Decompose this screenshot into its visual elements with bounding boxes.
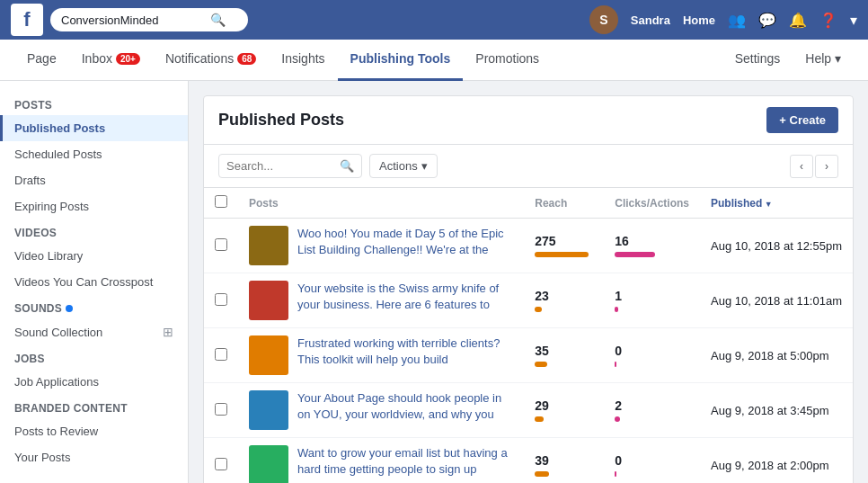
- avatar: S: [589, 5, 618, 34]
- sidebar-section-jobs: Jobs: [0, 345, 188, 369]
- post-cell: Frustrated working with terrible clients…: [249, 335, 513, 375]
- row-reach-cell: 23: [524, 273, 604, 328]
- nav-settings[interactable]: Settings: [722, 40, 793, 81]
- col-posts: Posts: [238, 188, 524, 219]
- sidebar-item-posts-to-review[interactable]: Posts to Review: [0, 418, 188, 444]
- col-checkbox: [204, 188, 238, 219]
- post-cell: Your website is the Swiss army knife of …: [249, 281, 513, 320]
- sidebar-item-expiring-posts[interactable]: Expiring Posts: [0, 193, 188, 219]
- nav-inbox[interactable]: Inbox 20+: [69, 40, 153, 81]
- sidebar-item-sound-collection[interactable]: Sound Collection ⊞: [0, 318, 188, 345]
- post-thumbnail: [249, 390, 288, 430]
- row-clicks-cell: 0: [604, 328, 700, 383]
- nav-help[interactable]: Help ▾: [793, 40, 854, 81]
- row-reach-cell: 275: [524, 219, 604, 273]
- sidebar-item-scheduled-posts[interactable]: Scheduled Posts: [0, 141, 188, 167]
- main-layout: Posts Published Posts Scheduled Posts Dr…: [0, 81, 868, 483]
- sidebar-section-sounds: Sounds: [0, 295, 188, 318]
- post-thumbnail: [249, 335, 288, 375]
- top-search-input[interactable]: [61, 13, 205, 27]
- top-search-bar[interactable]: 🔍: [50, 8, 248, 31]
- reach-value: 23: [535, 289, 593, 303]
- clicks-bar: [615, 252, 689, 257]
- people-icon[interactable]: 👥: [728, 12, 746, 29]
- help-icon[interactable]: ❓: [819, 12, 837, 29]
- row-date-cell: Aug 10, 2018 at 12:55pm: [700, 219, 853, 273]
- sidebar-item-videos-crosspost[interactable]: Videos You Can Crosspost: [0, 269, 188, 295]
- row-post-cell: Frustrated working with terrible clients…: [238, 328, 524, 383]
- row-post-cell: Your website is the Swiss army knife of …: [238, 273, 524, 328]
- post-text[interactable]: Want to grow your email list but having …: [297, 445, 513, 478]
- sidebar-item-drafts[interactable]: Drafts: [0, 167, 188, 193]
- post-text[interactable]: Your website is the Swiss army knife of …: [297, 281, 513, 313]
- actions-chevron-icon: ▾: [421, 159, 428, 173]
- add-icon[interactable]: ⊞: [163, 325, 173, 339]
- col-published[interactable]: Published: [700, 188, 853, 219]
- nav-promotions[interactable]: Promotions: [463, 40, 552, 81]
- sidebar-section-branded-content: Branded Content: [0, 395, 188, 418]
- post-thumbnail: [249, 445, 288, 483]
- messenger-icon[interactable]: 💬: [758, 12, 776, 29]
- clicks-bar-fill: [615, 416, 620, 422]
- chevron-down-icon[interactable]: ▾: [850, 12, 857, 29]
- row-checkbox-cell: [204, 273, 238, 328]
- clicks-value: 0: [615, 453, 689, 468]
- row-checkbox[interactable]: [215, 348, 227, 361]
- nav-page[interactable]: Page: [14, 40, 69, 81]
- sidebar-item-video-library[interactable]: Video Library: [0, 243, 188, 269]
- post-text[interactable]: Woo hoo! You made it Day 5 of the Epic L…: [297, 226, 513, 258]
- sidebar-item-your-posts[interactable]: Your Posts: [0, 444, 188, 470]
- row-checkbox[interactable]: [215, 293, 227, 306]
- reach-bar: [535, 471, 593, 477]
- prev-page-button[interactable]: ‹: [790, 155, 813, 178]
- clicks-bar: [615, 307, 689, 312]
- sidebar-section-posts: Posts: [0, 92, 188, 115]
- nav-insights[interactable]: Insights: [269, 40, 337, 81]
- reach-bar: [535, 362, 593, 367]
- search-icon: 🔍: [340, 159, 354, 173]
- select-all-checkbox[interactable]: [215, 195, 227, 208]
- search-input[interactable]: [226, 159, 334, 173]
- col-reach: Reach: [524, 188, 604, 219]
- nav-username: Sandra: [631, 13, 670, 27]
- sidebar-item-published-posts[interactable]: Published Posts: [0, 115, 188, 141]
- bell-icon[interactable]: 🔔: [789, 12, 807, 29]
- post-text[interactable]: Your About Page should hook people in on…: [297, 390, 513, 423]
- row-clicks-cell: 0: [604, 438, 700, 484]
- actions-button[interactable]: Actions ▾: [369, 154, 438, 178]
- row-date-cell: Aug 9, 2018 at 2:00pm: [700, 438, 853, 484]
- row-clicks-cell: 1: [604, 273, 700, 328]
- reach-bar-fill: [535, 307, 542, 312]
- row-clicks-cell: 2: [604, 383, 700, 438]
- row-checkbox-cell: [204, 383, 238, 438]
- clicks-bar-fill: [615, 307, 618, 312]
- nav-publishing-tools[interactable]: Publishing Tools: [338, 40, 464, 81]
- post-thumbnail: [249, 226, 288, 265]
- reach-bar-fill: [535, 416, 544, 422]
- post-thumbnail: [249, 281, 288, 320]
- reach-bar-fill: [535, 252, 589, 257]
- create-button[interactable]: + Create: [766, 107, 838, 133]
- sounds-dot: [66, 305, 73, 312]
- clicks-bar-fill: [615, 252, 655, 257]
- nav-home-link[interactable]: Home: [683, 13, 715, 27]
- toolbar-right: ‹ ›: [790, 155, 838, 178]
- sidebar-item-job-applications[interactable]: Job Applications: [0, 369, 188, 395]
- post-text[interactable]: Frustrated working with terrible clients…: [297, 335, 513, 368]
- sidebar: Posts Published Posts Scheduled Posts Dr…: [0, 81, 189, 483]
- clicks-bar: [615, 416, 689, 422]
- row-checkbox[interactable]: [215, 238, 227, 251]
- row-checkbox[interactable]: [215, 403, 227, 416]
- row-reach-cell: 39: [524, 438, 604, 484]
- next-page-button[interactable]: ›: [815, 155, 838, 178]
- reach-value: 29: [535, 398, 593, 413]
- table-row: Your About Page should hook people in on…: [204, 383, 853, 438]
- nav-right-area: S Sandra Home 👥 💬 🔔 ❓ ▾: [589, 5, 857, 34]
- post-cell: Woo hoo! You made it Day 5 of the Epic L…: [249, 226, 513, 265]
- search-wrap[interactable]: 🔍: [218, 154, 362, 178]
- posts-table: Posts Reach Clicks/Actions Published Woo…: [204, 188, 853, 483]
- row-checkbox[interactable]: [215, 458, 227, 470]
- reach-value: 35: [535, 344, 593, 358]
- nav-notifications[interactable]: Notifications 68: [153, 40, 269, 81]
- row-date-cell: Aug 9, 2018 at 5:00pm: [700, 328, 853, 383]
